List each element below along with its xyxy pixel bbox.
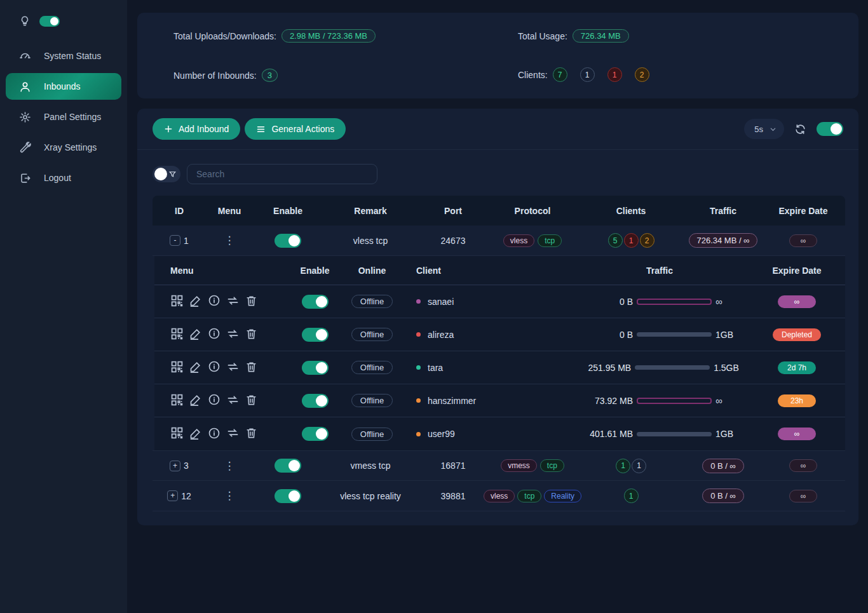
client-count-badge: 1 [616,459,630,473]
client-dot [416,432,421,436]
menu-lines-icon [256,125,266,134]
main-content: Total Uploads/Downloads: 2.98 MB / 723.3… [127,0,868,613]
sidebar-item-xray-settings[interactable]: Xray Settings [6,134,121,161]
collapse-button[interactable]: - [170,235,180,246]
sidebar-item-inbounds[interactable]: Inbounds [6,73,121,100]
delete-icon[interactable] [245,295,257,309]
funnel-icon [168,170,177,179]
qrcode-icon[interactable] [170,294,184,309]
delete-icon[interactable] [245,361,257,375]
client-row: Offline tara 251.95 MB 1.5GB 2d 7h [154,351,845,384]
delete-icon[interactable] [245,427,257,441]
client-row: Offline hanszimmer 73.92 MB ∞ 23h [154,384,845,417]
client-expire-badge: ∞ [778,295,816,308]
expire-badge: ∞ [789,234,818,247]
reset-traffic-icon[interactable] [226,294,240,309]
client-enable-toggle[interactable] [302,361,329,375]
traffic-limit: 1GB [715,429,737,439]
search-row [137,150,858,191]
reset-traffic-icon[interactable] [226,393,240,408]
sidebar-item-label: Panel Settings [44,112,101,122]
remark-cell: vless tcp reality [323,491,418,501]
row-menu-button[interactable]: ⋮ [224,461,235,471]
traffic-limit: 1GB [715,330,737,340]
info-icon[interactable] [208,427,220,441]
edit-icon[interactable] [189,360,202,375]
gear-icon [18,111,31,123]
protocol-badge: tcp [540,459,564,472]
client-enable-toggle[interactable] [302,328,329,342]
qrcode-icon[interactable] [170,393,184,408]
search-input[interactable] [187,164,377,184]
port-cell: 39881 [418,491,488,501]
enable-toggle[interactable] [275,459,301,473]
info-icon[interactable] [208,360,220,375]
qrcode-icon[interactable] [170,327,184,342]
wrench-icon [18,141,31,154]
info-icon[interactable] [208,393,220,408]
protocol-badge: Reality [544,490,581,502]
info-icon[interactable] [208,327,220,342]
edit-icon[interactable] [189,393,202,408]
row-menu-button[interactable]: ⋮ [224,490,235,501]
traffic-bar [635,365,710,370]
client-dot [416,299,421,304]
theme-row [0,10,127,32]
expand-button[interactable]: + [170,461,180,471]
reset-traffic-icon[interactable] [226,327,240,342]
refresh-interval-select[interactable]: 5s [744,119,784,139]
enable-toggle[interactable] [275,489,301,503]
reset-traffic-icon[interactable] [226,360,240,375]
client-dot [416,398,421,403]
uploads-value-badge: 2.98 MB / 723.36 MB [281,29,376,43]
port-cell: 16871 [418,461,488,471]
general-actions-button[interactable]: General Actions [245,118,346,140]
sidebar-item-logout[interactable]: Logout [6,165,121,191]
filter-toggle[interactable] [153,166,180,182]
sidebar-item-label: Inbounds [44,81,81,91]
stats-card: Total Uploads/Downloads: 2.98 MB / 723.3… [137,13,858,98]
enable-toggle[interactable] [275,234,301,248]
traffic-bar [637,332,712,337]
client-enable-toggle[interactable] [302,427,329,441]
expire-badge: ∞ [789,490,818,502]
edit-icon[interactable] [189,327,202,342]
sidebar-item-panel-settings[interactable]: Panel Settings [6,104,121,130]
theme-toggle[interactable] [39,16,60,27]
refresh-icon[interactable] [794,123,806,135]
client-count-badge: 5 [608,233,623,248]
protocol-badge: tcp [517,490,541,502]
protocol-badge: tcp [538,234,562,247]
online-status-badge: Offline [351,361,393,374]
row-menu-button[interactable]: ⋮ [224,235,235,246]
traffic-bar [637,432,712,436]
sidebar-item-system-status[interactable]: System Status [6,43,121,69]
chevron-down-icon [770,126,776,133]
qrcode-icon[interactable] [170,426,184,441]
client-enable-toggle[interactable] [302,295,329,309]
edit-icon[interactable] [189,427,202,441]
bulb-icon [19,15,31,27]
table-row: -1 ⋮ vless tcp 24673 vless tcp 5 1 2 726… [153,226,845,256]
auto-refresh-toggle[interactable] [817,122,843,136]
protocol-badge: vmess [501,459,537,472]
qrcode-icon[interactable] [170,360,184,375]
client-name: hanszimmer [428,396,476,406]
client-enable-toggle[interactable] [302,394,329,408]
client-name: tara [428,363,443,373]
client-name: user99 [428,429,455,439]
expand-button[interactable]: + [167,490,178,501]
clients-expiring-badge: 2 [635,67,649,82]
delete-icon[interactable] [245,328,257,342]
inbounds-count-label: Number of Inbounds: [173,71,257,81]
traffic-badge: 726.34 MB / ∞ [689,233,758,248]
inbounds-count-badge: 3 [262,69,278,82]
add-inbound-button[interactable]: Add Inbound [153,118,240,140]
edit-icon[interactable] [189,294,202,309]
remark-cell: vless tcp [323,236,418,246]
plus-icon [164,125,173,133]
delete-icon[interactable] [245,394,257,408]
reset-traffic-icon[interactable] [226,426,240,441]
sidebar: System Status Inbounds Panel Settings Xr… [0,0,127,613]
info-icon[interactable] [208,294,220,309]
